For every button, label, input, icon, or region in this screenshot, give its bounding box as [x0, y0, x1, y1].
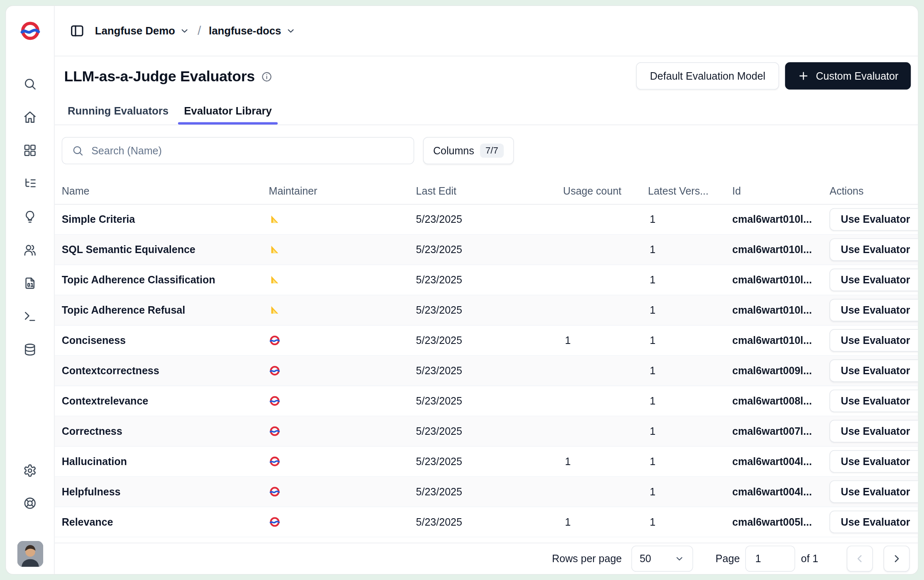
rows-per-page-label: Rows per page: [552, 553, 622, 565]
sidebar-item-tracing[interactable]: [17, 171, 42, 196]
use-evaluator-button[interactable]: Use Evaluator: [829, 511, 918, 533]
sidebar-item-home[interactable]: [17, 105, 42, 129]
maintainer-cell: [269, 425, 416, 437]
table-row[interactable]: SQL Semantic Equivalence 5/23/2025 1 cma…: [55, 235, 918, 265]
page-label: Page: [716, 553, 740, 565]
breadcrumb-project[interactable]: langfuse-docs: [209, 24, 296, 37]
sidebar-item-settings[interactable]: [17, 458, 42, 483]
table-body: Simple Criteria 5/23/2025 1 cmal6wart010…: [55, 205, 918, 543]
langfuse-icon: [269, 516, 281, 528]
sidebar-item-prompts[interactable]: [17, 271, 42, 295]
default-evaluation-model-button[interactable]: Default Evaluation Model: [636, 62, 779, 90]
sidebar-item-support[interactable]: [17, 490, 42, 515]
usage-count: 1: [563, 516, 648, 528]
file-digit-icon: [23, 276, 37, 290]
lifebuoy-icon: [23, 496, 37, 510]
evaluator-name: Contextrelevance: [62, 395, 269, 407]
use-evaluator-button[interactable]: Use Evaluator: [829, 208, 918, 231]
chevron-down-icon: [674, 553, 685, 564]
column-header-name: Name: [62, 185, 269, 197]
use-evaluator-button[interactable]: Use Evaluator: [829, 420, 918, 442]
use-evaluator-button[interactable]: Use Evaluator: [829, 329, 918, 351]
database-icon: [23, 343, 37, 356]
use-evaluator-button[interactable]: Use Evaluator: [829, 239, 918, 261]
info-icon[interactable]: [262, 71, 273, 83]
breadcrumb-org[interactable]: Langfuse Demo: [95, 24, 190, 37]
table-row[interactable]: Correctness 5/23/2025 1 cmal6wart007l...…: [55, 417, 918, 447]
use-evaluator-button[interactable]: Use Evaluator: [829, 450, 918, 473]
evaluator-id: cmal6wart010l...: [732, 213, 829, 226]
sidebar-item-dashboard[interactable]: [17, 138, 42, 163]
pagination-footer: Rows per page 50 Page of 1: [55, 543, 918, 574]
table-row[interactable]: Helpfulness 5/23/2025 1 cmal6wart004l...…: [55, 477, 918, 507]
langfuse-icon: [269, 395, 281, 407]
maintainer-cell: [269, 274, 416, 286]
table-row[interactable]: Relevance 5/23/2025 1 1 cmal6wart005l...…: [55, 507, 918, 537]
sidebar-toggle-button[interactable]: [66, 20, 88, 41]
maintainer-cell: [269, 304, 416, 316]
table-row[interactable]: Contextcorrectness 5/23/2025 1 cmal6wart…: [55, 356, 918, 386]
column-header-id: Id: [732, 185, 829, 197]
chevron-right-icon: [891, 553, 903, 565]
table-row[interactable]: Topic Adherence Classification 5/23/2025…: [55, 265, 918, 295]
langfuse-icon: [269, 486, 281, 498]
latest-version: 1: [648, 244, 732, 256]
search-input[interactable]: [91, 144, 404, 157]
tab-evaluator-library[interactable]: Evaluator Library: [178, 98, 278, 124]
user-avatar[interactable]: [17, 541, 43, 567]
table-row[interactable]: Conciseness 5/23/2025 1 1 cmal6wart010l.…: [55, 326, 918, 356]
rows-per-page-select[interactable]: 50: [631, 546, 693, 572]
custom-evaluator-button[interactable]: Custom Evaluator: [785, 62, 911, 90]
sidebar-item-search[interactable]: [17, 71, 42, 96]
previous-page-button[interactable]: [847, 546, 873, 572]
sidebar-item-playground[interactable]: [17, 304, 42, 329]
last-edit: 5/23/2025: [416, 485, 563, 498]
last-edit: 5/23/2025: [416, 516, 563, 528]
latest-version: 1: [648, 304, 732, 317]
use-evaluator-button[interactable]: Use Evaluator: [829, 390, 918, 412]
tab-running-evaluators[interactable]: Running Evaluators: [62, 98, 175, 124]
page-number-input[interactable]: [745, 546, 795, 572]
sidebar: [6, 6, 54, 574]
next-page-button[interactable]: [884, 546, 910, 572]
evaluator-id: cmal6wart010l...: [732, 304, 829, 317]
table-row[interactable]: Topic Adherence Refusal 5/23/2025 1 cmal…: [55, 295, 918, 326]
use-evaluator-button[interactable]: Use Evaluator: [829, 299, 918, 321]
gear-icon: [23, 463, 37, 477]
panel-toggle-icon: [69, 23, 85, 39]
use-evaluator-button[interactable]: Use Evaluator: [829, 359, 918, 382]
topbar: Langfuse Demo / langfuse-docs: [55, 6, 918, 56]
last-edit: 5/23/2025: [416, 244, 563, 256]
evaluator-id: cmal6wart005l...: [732, 516, 829, 528]
evaluator-name: Helpfulness: [62, 485, 269, 498]
evaluator-name: Simple Criteria: [62, 213, 269, 226]
columns-button[interactable]: Columns 7/7: [423, 137, 513, 164]
evaluator-name: Conciseness: [62, 334, 269, 347]
langfuse-icon: [269, 425, 281, 437]
search-icon: [23, 77, 37, 90]
sidebar-item-evaluation[interactable]: [17, 204, 42, 229]
langfuse-logo[interactable]: [18, 19, 42, 43]
evaluator-name: Relevance: [62, 516, 269, 528]
evaluator-id: cmal6wart009l...: [732, 364, 829, 377]
table-header: Name Maintainer Last Edit Usage count La…: [55, 178, 918, 205]
langfuse-icon: [269, 365, 281, 377]
lightbulb-icon: [23, 210, 37, 223]
table-row[interactable]: Contextrelevance 5/23/2025 1 cmal6wart00…: [55, 386, 918, 417]
project-name: langfuse-docs: [209, 24, 281, 37]
latest-version: 1: [648, 274, 732, 286]
org-name: Langfuse Demo: [95, 24, 175, 37]
latest-version: 1: [648, 516, 732, 528]
sidebar-item-users[interactable]: [17, 237, 42, 262]
maintainer-cell: [269, 486, 416, 498]
use-evaluator-button[interactable]: Use Evaluator: [829, 269, 918, 291]
last-edit: 5/23/2025: [416, 334, 563, 347]
table-row[interactable]: Simple Criteria 5/23/2025 1 cmal6wart010…: [55, 205, 918, 235]
columns-count-badge: 7/7: [480, 144, 504, 158]
use-evaluator-button[interactable]: Use Evaluator: [829, 480, 918, 503]
ragas-icon: [269, 214, 281, 226]
ragas-icon: [269, 244, 281, 256]
maintainer-cell: [269, 334, 416, 346]
table-row[interactable]: Hallucination 5/23/2025 1 1 cmal6wart004…: [55, 446, 918, 477]
sidebar-item-datasets[interactable]: [17, 337, 42, 362]
